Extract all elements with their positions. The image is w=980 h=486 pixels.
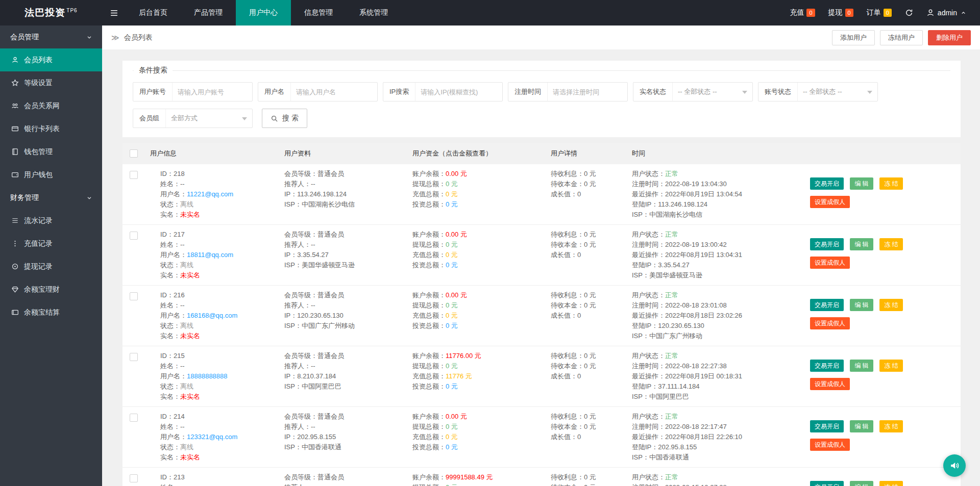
row-checkbox[interactable] xyxy=(130,232,138,240)
set-fake-user-button[interactable]: 设置成假人 xyxy=(810,196,850,208)
pending-principal: 0 元 xyxy=(584,483,596,486)
row-checkbox[interactable] xyxy=(130,474,138,482)
withdraw-shortcut[interactable]: 提现 0 xyxy=(828,8,853,17)
invest-total-link[interactable]: 0 元 xyxy=(446,382,458,390)
invest-total-link[interactable]: 0 元 xyxy=(446,261,458,269)
set-fake-user-button[interactable]: 设置成假人 xyxy=(810,317,850,329)
recharge-total-link[interactable]: 0 元 xyxy=(446,312,458,319)
withdraw-total-link[interactable]: 0 元 xyxy=(446,180,458,188)
search-button[interactable]: 搜 索 xyxy=(262,109,307,128)
recharge-shortcut[interactable]: 充值 0 xyxy=(790,8,815,17)
sidebar-item-member-network[interactable]: 会员关系网 xyxy=(0,94,102,117)
row-checkbox[interactable] xyxy=(130,292,138,300)
freeze-button[interactable]: 冻 结 xyxy=(879,420,902,432)
recharge-total-link[interactable]: 11776 元 xyxy=(446,372,472,380)
col-header-user-funds: 用户资金（点击金额查看） xyxy=(407,149,546,158)
sidebar-item-wallet-management[interactable]: 钱包管理 xyxy=(0,140,102,163)
nav-item-products[interactable]: 产品管理 xyxy=(181,0,236,25)
edit-button[interactable]: 编 辑 xyxy=(850,360,873,372)
withdraw-total-link[interactable]: 0 元 xyxy=(446,483,458,486)
sidebar-toggle-button[interactable] xyxy=(102,0,126,25)
sidebar-item-yuebao-finance[interactable]: 余额宝理财 xyxy=(0,278,102,301)
register-time-input[interactable] xyxy=(548,83,627,101)
username-link[interactable]: 18811@qq.com xyxy=(187,251,233,259)
nav-item-user-center[interactable]: 用户中心 xyxy=(236,0,291,25)
username-input[interactable] xyxy=(291,83,377,101)
account-status-select[interactable]: -- 全部状态 -- xyxy=(798,83,877,101)
trade-toggle-button[interactable]: 交易开启 xyxy=(810,420,844,432)
invest-total-link[interactable]: 0 元 xyxy=(446,443,458,451)
balance-link[interactable]: 99991588.49 元 xyxy=(446,473,493,481)
nav-item-information[interactable]: 信息管理 xyxy=(291,0,346,25)
balance-link[interactable]: 11776.00 元 xyxy=(446,352,481,360)
sidebar-item-bank-card-list[interactable]: 银行卡列表 xyxy=(0,117,102,140)
member-group-select[interactable]: 全部方式 xyxy=(166,109,252,127)
withdraw-total-link[interactable]: 0 元 xyxy=(446,362,458,370)
actions-cell: 交易开启 编 辑 冻 结 设置成假人 xyxy=(805,351,961,402)
invest-total-link[interactable]: 0 元 xyxy=(446,322,458,329)
username-link[interactable]: 18888888888 xyxy=(187,372,228,380)
edit-button[interactable]: 编 辑 xyxy=(850,481,873,486)
sidebar-item-withdraw-records[interactable]: 提现记录 xyxy=(0,255,102,278)
freeze-button[interactable]: 冻 结 xyxy=(879,481,902,486)
balance-link[interactable]: 0.00 元 xyxy=(446,291,467,299)
sidebar-item-user-wallet[interactable]: 用户钱包 xyxy=(0,163,102,186)
balance-link[interactable]: 0.00 元 xyxy=(446,231,467,238)
sidebar-group-finance-management[interactable]: 财务管理 xyxy=(0,186,102,209)
invest-total-link[interactable]: 0 元 xyxy=(446,200,458,208)
refresh-button[interactable] xyxy=(905,9,913,17)
edit-button[interactable]: 编 辑 xyxy=(850,238,873,250)
trade-toggle-button[interactable]: 交易开启 xyxy=(810,177,844,190)
login-isp: 中国广东广州移动 xyxy=(649,332,702,340)
edit-button[interactable]: 编 辑 xyxy=(850,420,873,432)
nav-item-home[interactable]: 后台首页 xyxy=(126,0,181,25)
sidebar-item-flow-records[interactable]: 流水记录 xyxy=(0,209,102,232)
row-checkbox[interactable] xyxy=(130,414,138,422)
withdraw-total-link[interactable]: 0 元 xyxy=(446,301,458,309)
admin-menu[interactable]: admin xyxy=(926,9,967,17)
set-fake-user-button[interactable]: 设置成假人 xyxy=(810,439,850,451)
orders-shortcut[interactable]: 订单 0 xyxy=(867,8,892,17)
sidebar-item-recharge-records[interactable]: 充值记录 xyxy=(0,232,102,255)
recharge-total-link[interactable]: 0 元 xyxy=(446,190,458,198)
recharge-total-link[interactable]: 0 元 xyxy=(446,251,458,259)
withdraw-total-link[interactable]: 0 元 xyxy=(446,241,458,248)
sidebar-item-yuebao-settlement[interactable]: 余额宝结算 xyxy=(0,301,102,324)
referrer-label: 推荐人： xyxy=(284,483,311,486)
row-checkbox[interactable] xyxy=(130,353,138,361)
set-fake-user-button[interactable]: 设置成假人 xyxy=(810,257,850,269)
balance-link[interactable]: 0.00 元 xyxy=(446,170,467,177)
select-all-checkbox[interactable] xyxy=(130,149,138,158)
sidebar-group-member-management[interactable]: 会员管理 xyxy=(0,25,102,48)
freeze-button[interactable]: 冻 结 xyxy=(879,360,902,372)
trade-toggle-button[interactable]: 交易开启 xyxy=(810,299,844,311)
edit-button[interactable]: 编 辑 xyxy=(850,177,873,190)
add-user-button[interactable]: 添加用户 xyxy=(832,30,875,45)
breadcrumb-bar: ≫ 会员列表 添加用户 冻结用户 删除用户 xyxy=(102,25,980,50)
realname-status-select[interactable]: -- 全部状态 -- xyxy=(673,83,752,101)
trade-toggle-button[interactable]: 交易开启 xyxy=(810,481,844,486)
freeze-button[interactable]: 冻 结 xyxy=(879,238,902,250)
freeze-user-button[interactable]: 冻结用户 xyxy=(880,30,923,45)
nav-item-system[interactable]: 系统管理 xyxy=(346,0,401,25)
sidebar-item-level-settings[interactable]: 等级设置 xyxy=(0,71,102,94)
trade-toggle-button[interactable]: 交易开启 xyxy=(810,360,844,372)
set-fake-user-button[interactable]: 设置成假人 xyxy=(810,378,850,390)
freeze-button[interactable]: 冻 结 xyxy=(879,299,902,311)
sidebar-item-member-list[interactable]: 会员列表 xyxy=(0,48,102,71)
trade-toggle-button[interactable]: 交易开启 xyxy=(810,238,844,250)
row-checkbox[interactable] xyxy=(130,171,138,179)
balance-link[interactable]: 0.00 元 xyxy=(446,413,467,420)
edit-button[interactable]: 编 辑 xyxy=(850,299,873,311)
ip-search-input[interactable] xyxy=(415,83,502,101)
user-state-label: 用户状态： xyxy=(632,170,665,177)
username-link[interactable]: 123321@qq.com xyxy=(187,433,237,441)
username-link[interactable]: 168168@qq.com xyxy=(187,312,237,319)
delete-user-button[interactable]: 删除用户 xyxy=(928,30,971,45)
recharge-total-link[interactable]: 0 元 xyxy=(446,433,458,441)
withdraw-total-link[interactable]: 0 元 xyxy=(446,423,458,430)
username-link[interactable]: 11221@qq.com xyxy=(187,190,233,198)
floating-service-button[interactable] xyxy=(943,454,966,477)
freeze-button[interactable]: 冻 结 xyxy=(879,177,902,190)
user-account-input[interactable] xyxy=(173,83,252,101)
